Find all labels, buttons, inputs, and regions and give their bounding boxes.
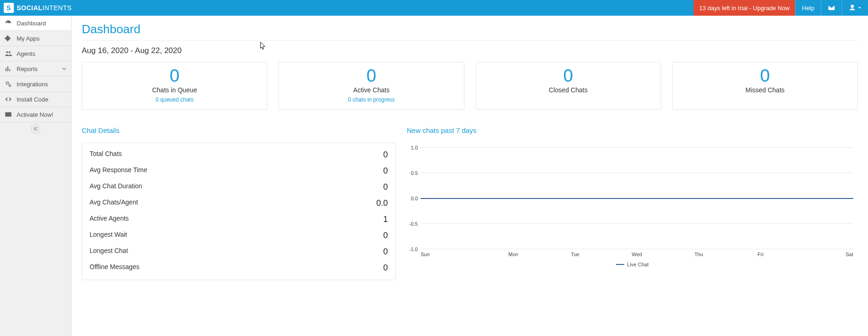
- dashboard-icon: [5, 19, 12, 27]
- nav-my-apps[interactable]: My Apps: [0, 31, 71, 46]
- y-tick: 0.0: [411, 196, 418, 201]
- card-sublink[interactable]: 0 chats in progress: [284, 96, 458, 103]
- table-row: Active Agents 1: [82, 211, 395, 228]
- help-button[interactable]: Help: [795, 0, 821, 16]
- bar-chart-icon: [5, 65, 12, 72]
- row-value: 0.0: [376, 198, 388, 208]
- table-row: Avg Chat Duration 0: [82, 179, 395, 195]
- row-label: Avg Chats/Agent: [90, 198, 138, 208]
- brand[interactable]: S SOCIALINTENTS: [0, 3, 72, 13]
- stat-cards: 0 Chats in Queue 0 queued chats 0 Active…: [82, 62, 858, 110]
- table-row: Avg Chats/Agent 0.0: [82, 195, 395, 211]
- card-label: Closed Chats: [482, 86, 655, 94]
- row-value: 0: [383, 150, 388, 160]
- topbar-right: 13 days left in trial - Upgrade Now Help: [693, 0, 868, 16]
- nav-label: Dashboard: [17, 20, 46, 27]
- y-tick: -1.0: [409, 246, 418, 252]
- date-range[interactable]: Aug 16, 2020 - Aug 22, 2020: [82, 46, 858, 55]
- card-value: 0: [482, 67, 655, 84]
- legend-swatch-icon: [616, 264, 624, 265]
- y-tick: 0.5: [411, 170, 418, 176]
- divider: [82, 40, 858, 41]
- help-label: Help: [802, 5, 814, 12]
- nav-label: Agents: [17, 50, 35, 57]
- y-tick: 1.0: [411, 145, 418, 150]
- topbar: S SOCIALINTENTS 13 days left in trial - …: [0, 0, 868, 16]
- content: Dashboard Aug 16, 2020 - Aug 22, 2020 0 …: [72, 16, 868, 336]
- table-row: Longest Chat 0: [82, 244, 395, 260]
- card-label: Chats in Queue: [88, 86, 261, 94]
- chevron-down-icon: [62, 66, 66, 72]
- card-active-chats: 0 Active Chats 0 chats in progress: [278, 62, 464, 110]
- card-sublink[interactable]: 0 queued chats: [88, 96, 261, 103]
- row-label: Offline Messages: [90, 263, 139, 273]
- nav-label: Install Code: [17, 96, 48, 103]
- sidebar: Dashboard My Apps Agents Reports Integra…: [0, 16, 72, 336]
- y-tick: -0.5: [409, 221, 418, 227]
- nav-install-code[interactable]: Install Code: [0, 92, 71, 107]
- table-row: Avg Response Time 0: [82, 163, 395, 179]
- card-value: 0: [678, 67, 852, 84]
- chart-x-labels: Sun Mon Tue Wed Thu Fri Sat: [421, 252, 853, 257]
- mail-button[interactable]: [821, 0, 842, 16]
- row-value: 0: [383, 247, 388, 257]
- nav-agents[interactable]: Agents: [0, 46, 71, 61]
- brand-logo-icon: S: [4, 3, 14, 13]
- cogs-icon: [5, 80, 12, 88]
- x-tick: Thu: [668, 252, 729, 257]
- user-icon: [849, 4, 856, 12]
- nav-integrations[interactable]: Integrations: [0, 77, 71, 92]
- nav-label: Reports: [17, 66, 38, 72]
- row-label: Avg Chat Duration: [90, 182, 142, 192]
- row-value: 0: [383, 166, 388, 176]
- page-title: Dashboard: [82, 22, 858, 36]
- card-label: Active Chats: [284, 86, 458, 94]
- chart-series-line: [421, 198, 853, 199]
- row-value: 0: [383, 182, 388, 192]
- credit-card-icon: [5, 111, 12, 118]
- nav-dashboard[interactable]: Dashboard: [0, 16, 71, 31]
- brand-text-light: INTENTS: [42, 4, 72, 12]
- row-value: 0: [383, 231, 388, 240]
- user-menu[interactable]: [842, 0, 868, 16]
- trial-upgrade-text: 13 days left in trial - Upgrade Now: [699, 5, 790, 12]
- legend-label: Live Chat: [627, 262, 648, 267]
- row-value: 1: [383, 215, 388, 224]
- brand-text-strong: SOCIAL: [17, 4, 42, 12]
- nav-activate-now[interactable]: Activate Now!: [0, 107, 71, 122]
- sidebar-collapse[interactable]: [31, 124, 40, 133]
- brand-text: SOCIALINTENTS: [17, 4, 72, 12]
- table-row: Offline Messages 0: [82, 260, 395, 276]
- card-missed-chats: 0 Missed Chats: [672, 62, 858, 110]
- chart-new-chats: 1.0 0.5 0.0 -0.5 -1.0 Sun Mon Tue Wed Th…: [407, 143, 858, 267]
- caret-down-icon: [858, 6, 862, 10]
- row-label: Avg Response Time: [90, 166, 147, 176]
- row-label: Longest Wait: [90, 231, 127, 240]
- nav-list: Dashboard My Apps Agents Reports Integra…: [0, 16, 71, 122]
- chart-legend: Live Chat: [407, 262, 858, 267]
- table-row: Longest Wait 0: [82, 228, 395, 244]
- row-label: Longest Chat: [90, 247, 128, 257]
- chart-title: New chats past 7 days: [407, 126, 858, 134]
- nav-label: Activate Now!: [17, 111, 53, 118]
- x-tick: Fri: [729, 252, 791, 257]
- card-closed-chats: 0 Closed Chats: [476, 62, 661, 110]
- mail-icon: [828, 4, 835, 12]
- chat-details-table: Total Chats 0 Avg Response Time 0 Avg Ch…: [82, 143, 396, 280]
- chevron-left-double-icon: [33, 126, 38, 131]
- x-tick: Sat: [791, 252, 853, 257]
- code-icon: [5, 96, 12, 103]
- row-value: 0: [383, 263, 388, 273]
- chat-details-title: Chat Details: [82, 126, 396, 134]
- table-row: Total Chats 0: [82, 147, 395, 163]
- card-value: 0: [284, 67, 458, 84]
- trial-upgrade-banner[interactable]: 13 days left in trial - Upgrade Now: [693, 0, 795, 16]
- card-chats-queue: 0 Chats in Queue 0 queued chats: [82, 62, 267, 110]
- card-value: 0: [88, 67, 261, 84]
- nav-label: My Apps: [17, 35, 40, 42]
- chart-grid: 1.0 0.5 0.0 -0.5 -1.0: [421, 147, 853, 249]
- nav-label: Integrations: [17, 81, 48, 88]
- puzzle-icon: [5, 35, 12, 42]
- card-label: Missed Chats: [678, 86, 852, 94]
- nav-reports[interactable]: Reports: [0, 61, 71, 77]
